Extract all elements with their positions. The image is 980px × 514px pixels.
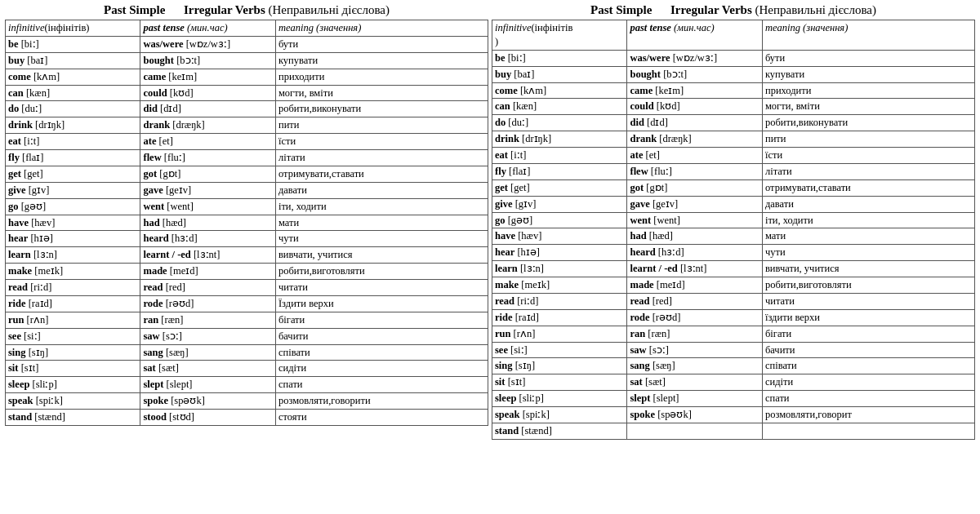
table-row: be [biː]was/were [wɒz/wɜː]бути [492, 50, 975, 66]
infinitive-cell: sing [sɪŋ] [6, 344, 140, 361]
meaning-cell: пити [762, 131, 974, 148]
table-row: get [get]got [gɒt]отримувати,ставати [6, 166, 488, 182]
past-tense-cell: sang [sæŋ] [627, 358, 762, 374]
table-row: ride [raɪd]rode [rəʊd]їздити верхи [492, 309, 975, 326]
table-row: learn [lɜːn]learnt / -ed [lɜːnt]вивчати,… [492, 261, 975, 277]
meaning-cell: розмовляти,говорити [275, 393, 488, 410]
past-tense-cell: was/were [wɒz/wɜː] [627, 50, 762, 66]
left-subtitle: (Неправильні дієслова) [265, 3, 390, 16]
meaning-cell: стояти [275, 410, 488, 426]
meaning-cell: мати [762, 228, 974, 245]
meaning-cell: сидіти [762, 374, 974, 391]
infinitive-cell: buy [baɪ] [492, 66, 627, 82]
table-row: go [gəʊ]went [went]іти, ходити [6, 198, 488, 215]
infinitive-cell: read [riːd] [492, 293, 627, 309]
past-tense-cell: could [kʊd] [140, 85, 275, 101]
past-tense-cell: read [red] [140, 280, 275, 296]
table-row: see [siː]saw [sɔː]бачити [492, 342, 975, 358]
right-header-row: infinitive(інфінітів) past tense (мин.ча… [492, 20, 975, 51]
table-row: have [hæv]had [hæd]мати [492, 228, 975, 245]
past-tense-cell: sat [sæt] [627, 374, 762, 391]
infinitive-cell: go [gəʊ] [6, 198, 140, 215]
infinitive-cell: sleep [sliːp] [492, 391, 627, 407]
past-tense-cell: ran [ræn] [140, 312, 275, 328]
meaning-cell: бігати [762, 326, 974, 342]
table-row: sing [sɪŋ]sang [sæŋ]співати [492, 358, 975, 374]
infinitive-cell: eat [iːt] [6, 134, 140, 150]
right-title: Past Simple Irregular Verbs (Неправильні… [492, 3, 975, 17]
table-row: read [riːd]read [red]читати [492, 293, 975, 309]
meaning-cell: бачити [762, 342, 974, 358]
infinitive-cell: sit [sɪt] [492, 374, 627, 391]
past-tense-cell: slept [slept] [140, 377, 275, 393]
meaning-cell: давати [275, 182, 488, 198]
meaning-cell: робити,виготовляти [762, 277, 974, 294]
past-tense-cell: sat [sæt] [140, 361, 275, 377]
meaning-cell: Їздити верхи [275, 295, 488, 312]
infinitive-cell: see [siː] [6, 328, 140, 344]
past-tense-cell: stood [stʊd] [140, 410, 275, 426]
meaning-cell: робити,виконувати [275, 101, 488, 117]
infinitive-cell: speak [spiːk] [6, 393, 140, 410]
table-row: fly [flaɪ]flew [fluː]літати [492, 163, 975, 179]
right-irregular-verbs: Irregular Verbs [670, 3, 752, 16]
meaning-cell: вивчати, учитися [762, 261, 974, 277]
meaning-cell: робити,виготовляти [275, 264, 488, 280]
past-tense-cell: ran [ræn] [627, 326, 762, 342]
left-col-infinitive: infinitive(інфінітів) [6, 20, 140, 37]
meaning-cell: читати [762, 293, 974, 309]
table-row: sleep [sliːp]slept [slept]спати [6, 377, 488, 393]
meaning-cell: приходити [762, 82, 974, 99]
meaning-cell [762, 423, 974, 439]
past-tense-cell: came [keɪm] [627, 82, 762, 99]
infinitive-cell: can [kæn] [492, 99, 627, 115]
past-tense-cell: did [dɪd] [140, 101, 275, 117]
meaning-cell: бути [275, 36, 488, 52]
infinitive-cell: read [riːd] [6, 280, 140, 296]
infinitive-cell: get [get] [492, 179, 627, 196]
infinitive-cell: stand [stænd] [6, 410, 140, 426]
past-tense-cell: spoke [spəʊk] [140, 393, 275, 410]
table-row: read [riːd]read [red]читати [6, 280, 488, 296]
table-row: give [gɪv]gave [geɪv]давати [6, 182, 488, 198]
past-tense-cell: drank [dræŋk] [140, 117, 275, 134]
past-tense-cell: spoke [spəʊk] [627, 407, 762, 423]
past-tense-cell: slept [slept] [627, 391, 762, 407]
infinitive-cell: can [kæn] [6, 85, 140, 101]
past-tense-cell: made [meɪd] [627, 277, 762, 294]
infinitive-cell: sit [sɪt] [6, 361, 140, 377]
infinitive-cell: hear [hɪə] [6, 231, 140, 247]
table-row: run [rʌn]ran [ræn]бігати [6, 312, 488, 328]
past-tense-cell: saw [sɔː] [140, 328, 275, 344]
meaning-cell: чути [762, 245, 974, 261]
infinitive-cell: eat [iːt] [492, 148, 627, 164]
past-tense-cell: learnt / -ed [lɜːnt] [627, 261, 762, 277]
meaning-cell: давати [762, 196, 974, 212]
infinitive-cell: come [kʌm] [492, 82, 627, 99]
past-tense-cell: gave [geɪv] [140, 182, 275, 198]
left-title: Past Simple Irregular Verbs (Неправильні… [5, 3, 488, 17]
table-row: have [hæv]had [hæd]мати [6, 215, 488, 231]
meaning-cell: приходити [275, 69, 488, 85]
table-row: sit [sɪt]sat [sæt]сидіти [6, 361, 488, 377]
table-row: learn [lɜːn]learnt / -ed [lɜːnt]вивчати,… [6, 247, 488, 264]
right-col-meaning: meaning (значення) [762, 20, 974, 51]
past-tense-cell: saw [sɔː] [627, 342, 762, 358]
table-row: sing [sɪŋ]sang [sæŋ]співати [6, 344, 488, 361]
meaning-cell: могти, вміти [762, 99, 974, 115]
infinitive-cell: speak [spiːk] [492, 407, 627, 423]
past-tense-cell: rode [rəʊd] [140, 295, 275, 312]
table-row: go [gəʊ]went [went]іти, ходити [492, 212, 975, 228]
right-past-simple: Past Simple [590, 3, 652, 16]
infinitive-cell: go [gəʊ] [492, 212, 627, 228]
table-row: see [siː]saw [sɔː]бачити [6, 328, 488, 344]
table-row: do [duː]did [dɪd]робити,виконувати [492, 115, 975, 131]
right-section: Past Simple Irregular Verbs (Неправильні… [490, 3, 975, 440]
right-table: infinitive(інфінітів) past tense (мин.ча… [492, 20, 975, 440]
meaning-cell: літати [762, 163, 974, 179]
past-tense-cell [627, 423, 762, 439]
left-col-meaning: meaning (значення) [275, 20, 488, 37]
table-row: give [gɪv]gave [geɪv]давати [492, 196, 975, 212]
infinitive-cell: have [hæv] [6, 215, 140, 231]
table-row: run [rʌn]ran [ræn]бігати [492, 326, 975, 342]
